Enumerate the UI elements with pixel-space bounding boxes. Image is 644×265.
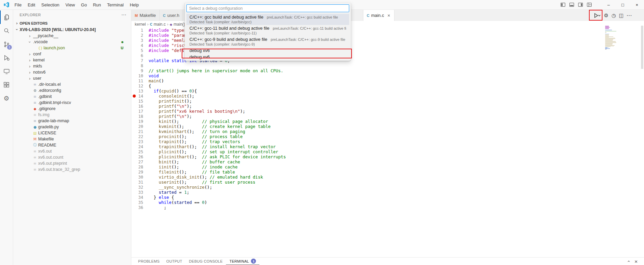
menu-run[interactable]: Run: [90, 0, 104, 9]
tree-item-LICENSE[interactable]: ▤LICENSE: [13, 130, 131, 136]
tree-item-launch.json[interactable]: {}launch.jsonU: [13, 45, 131, 51]
tree-item-conf[interactable]: ›conf: [13, 51, 131, 57]
minimize-icon[interactable]: –: [601, 0, 616, 9]
tree-item-Makefile[interactable]: MMakefile: [13, 136, 131, 142]
code-line[interactable]: 33 started = 1;: [131, 190, 623, 195]
gutter[interactable]: 5: [131, 48, 148, 53]
gutter[interactable]: 26: [131, 154, 148, 159]
code-line[interactable]: 30 virtio_disk_init(); // emulated hard …: [131, 175, 623, 180]
source-control-icon[interactable]: 1: [0, 37, 13, 51]
code-line[interactable]: 26 plicinithart(); // ask PLIC for devic…: [131, 154, 623, 159]
gutter[interactable]: 19: [131, 119, 148, 124]
tree-item-xv6.out.count[interactable]: ≡xv6.out.count: [13, 154, 131, 160]
tree-root-folder[interactable]: › XV6-LABS-2020 [WSL: UBUNTU-20.04]: [13, 26, 131, 33]
extensions-icon[interactable]: [0, 78, 13, 91]
code-line[interactable]: 11main(): [131, 78, 623, 83]
gutter[interactable]: 16: [131, 104, 148, 109]
breadcrumb-item-main.c[interactable]: Cmain.c: [150, 22, 166, 27]
quick-pick-item-2[interactable]: C/C++: gcc-11 build and debug active fil…: [186, 25, 349, 36]
quick-pick-item-3[interactable]: C/C++: gcc-9 build and debug active file…: [186, 36, 349, 47]
gutter[interactable]: 35: [131, 200, 148, 205]
menu-go[interactable]: Go: [78, 0, 90, 9]
open-editors-section[interactable]: › OPEN EDITORS: [13, 20, 131, 26]
gutter[interactable]: 14: [131, 94, 148, 99]
tree-item-xv6.out.pteprint[interactable]: ≡xv6.out.pteprint: [13, 160, 131, 166]
gutter[interactable]: 10: [131, 73, 148, 78]
minimap[interactable]: [605, 26, 625, 50]
gutter[interactable]: 31: [131, 180, 148, 185]
gutter[interactable]: 4: [131, 43, 148, 48]
tree-item-README[interactable]: ⓘREADME: [13, 142, 131, 148]
code-line[interactable]: 34 } else {: [131, 195, 623, 200]
manage-gear-icon[interactable]: ⚙: [0, 91, 13, 105]
code-line[interactable]: 21 kvminithart(); // turn on paging: [131, 129, 623, 134]
breadcrumb-item-main[interactable]: ◈main(): [170, 22, 185, 27]
menu-help[interactable]: Help: [127, 0, 142, 9]
quick-pick-item-5[interactable]: debug xv6: [186, 54, 349, 60]
gutter[interactable]: 12: [131, 83, 148, 88]
gutter[interactable]: 36: [131, 205, 148, 210]
code-line[interactable]: 14 consoleinit();: [131, 94, 623, 99]
gutter[interactable]: 27: [131, 159, 148, 164]
menu-view[interactable]: View: [62, 0, 78, 9]
explorer-icon[interactable]: [0, 10, 13, 24]
tree-item-.gdbinit.tmpl-riscv[interactable]: ≡.gdbinit.tmpl-riscv: [13, 100, 131, 106]
tab-main.c[interactable]: Cmain.c×: [363, 10, 394, 21]
code-line[interactable]: 32 __sync_synchronize();: [131, 185, 623, 190]
code-line[interactable]: 27 binit(); // buffer cache: [131, 159, 623, 164]
close-icon[interactable]: ×: [630, 0, 644, 9]
code-line[interactable]: 19 kinit(); // physical page allocator: [131, 119, 623, 124]
menu-edit[interactable]: Edit: [25, 0, 38, 9]
code-line[interactable]: 17 printf("xv6 kernel is booting\n");: [131, 109, 623, 114]
code-line[interactable]: 25 plicinit(); // set up interrupt contr…: [131, 149, 623, 154]
search-icon[interactable]: [0, 24, 13, 37]
tree-item-xv6.out[interactable]: ≡xv6.out: [13, 148, 131, 154]
code-line[interactable]: 9// start() jumps here in supervisor mod…: [131, 68, 623, 73]
code-line[interactable]: 16 printf("\n");: [131, 104, 623, 109]
gutter[interactable]: 33: [131, 190, 148, 195]
breadcrumb-item-kernel[interactable]: kernel: [135, 22, 146, 27]
code-editor[interactable]: 1#include "types.h"2#include "param.h"3#…: [131, 28, 623, 257]
code-line[interactable]: 28 iinit(); // inode cache: [131, 164, 623, 169]
gutter[interactable]: 30: [131, 175, 148, 180]
panel-tab-debug-console[interactable]: DEBUG CONSOLE: [186, 258, 226, 265]
panel-tab-problems[interactable]: PROBLEMS: [135, 258, 163, 265]
close-icon[interactable]: ×: [387, 13, 391, 18]
quick-pick-input[interactable]: [186, 4, 349, 12]
quick-pick-item-4[interactable]: debug xv6: [186, 47, 349, 54]
code-line[interactable]: 36 ;: [131, 205, 623, 210]
panel-tab-terminal[interactable]: TERMINAL1: [226, 258, 259, 265]
code-line[interactable]: 15 printfinit();: [131, 99, 623, 104]
code-line[interactable]: 10void: [131, 73, 623, 78]
gutter[interactable]: 6: [131, 53, 148, 58]
tree-item-kernel[interactable]: ›kernel: [13, 57, 131, 63]
gutter[interactable]: 1: [131, 28, 148, 33]
code-line[interactable]: 22 procinit(); // process table: [131, 134, 623, 139]
gutter[interactable]: 11: [131, 78, 148, 83]
tree-item-.gdbinit[interactable]: ≡.gdbinit: [13, 94, 131, 100]
split-editor-icon[interactable]: ◫: [619, 12, 624, 19]
tree-item-.vscode[interactable]: ›.vscode●: [13, 39, 131, 45]
gutter[interactable]: 34: [131, 195, 148, 200]
code-line[interactable]: 24 trapinithart(); // install kernel tra…: [131, 144, 623, 149]
tree-item-grade-lab-mmap[interactable]: ≡grade-lab-mmap: [13, 118, 131, 124]
tree-item-__pycache__[interactable]: ›__pycache__: [13, 33, 131, 39]
gutter[interactable]: 25: [131, 149, 148, 154]
code-line[interactable]: 23 trapinit(); // trap vectors: [131, 139, 623, 144]
tree-item-gradelib.py[interactable]: ●gradelib.py: [13, 124, 131, 130]
maximize-icon[interactable]: □: [616, 0, 630, 9]
toggle-primary-sidebar-icon[interactable]: [560, 2, 566, 7]
tree-item-.editorconfig[interactable]: ⚙.editorconfig: [13, 87, 131, 94]
code-line[interactable]: 35 while(started == 0): [131, 200, 623, 205]
gutter[interactable]: 15: [131, 99, 148, 104]
gutter[interactable]: 7: [131, 58, 148, 63]
run-and-debug-icon[interactable]: [0, 51, 13, 64]
tree-item-.dir-locals.el[interactable]: ≡.dir-locals.el: [13, 81, 131, 87]
more-actions-icon[interactable]: ···: [627, 13, 632, 18]
chevron-up-icon[interactable]: ›: [627, 259, 629, 264]
code-line[interactable]: 12{: [131, 83, 623, 88]
menu-selection[interactable]: Selection: [38, 0, 62, 9]
gutter[interactable]: 24: [131, 144, 148, 149]
gutter[interactable]: 3: [131, 38, 148, 43]
more-actions-icon[interactable]: ⋯: [121, 12, 126, 18]
